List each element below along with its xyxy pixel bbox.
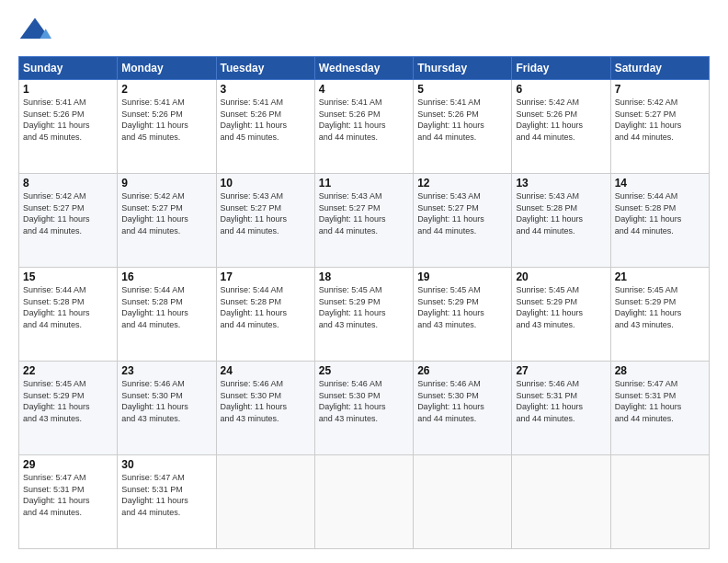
empty-cell — [314, 455, 413, 549]
day-info: Sunrise: 5:43 AMSunset: 5:27 PMDaylight:… — [319, 190, 409, 236]
day-number: 29 — [23, 458, 113, 471]
logo-icon — [18, 14, 51, 47]
day-cell-16: 16 Sunrise: 5:44 AMSunset: 5:28 PMDaylig… — [118, 268, 216, 362]
day-cell-21: 21 Sunrise: 5:45 AMSunset: 5:29 PMDaylig… — [610, 268, 709, 362]
day-info: Sunrise: 5:46 AMSunset: 5:30 PMDaylight:… — [121, 378, 211, 424]
day-cell-8: 8 Sunrise: 5:42 AMSunset: 5:27 PMDayligh… — [19, 174, 118, 268]
day-cell-18: 18 Sunrise: 5:45 AMSunset: 5:29 PMDaylig… — [314, 268, 413, 362]
day-number: 21 — [615, 270, 705, 283]
day-number: 19 — [417, 270, 507, 283]
day-number: 24 — [221, 364, 311, 377]
calendar-week-4: 22 Sunrise: 5:45 AMSunset: 5:29 PMDaylig… — [19, 362, 710, 455]
day-info: Sunrise: 5:46 AMSunset: 5:30 PMDaylight:… — [319, 378, 409, 424]
day-info: Sunrise: 5:43 AMSunset: 5:27 PMDaylight:… — [221, 190, 311, 236]
day-number: 4 — [319, 83, 409, 96]
day-info: Sunrise: 5:44 AMSunset: 5:28 PMDaylight:… — [121, 284, 211, 330]
day-info: Sunrise: 5:45 AMSunset: 5:29 PMDaylight:… — [23, 378, 113, 424]
day-cell-6: 6 Sunrise: 5:42 AMSunset: 5:26 PMDayligh… — [512, 80, 610, 174]
day-cell-5: 5 Sunrise: 5:41 AMSunset: 5:26 PMDayligh… — [414, 80, 512, 174]
col-thursday: Thursday — [414, 57, 512, 80]
empty-cell — [414, 455, 512, 549]
day-number: 7 — [615, 83, 705, 96]
empty-cell — [512, 455, 610, 549]
day-cell-12: 12 Sunrise: 5:43 AMSunset: 5:27 PMDaylig… — [414, 174, 512, 268]
day-cell-29: 29 Sunrise: 5:47 AMSunset: 5:31 PMDaylig… — [19, 455, 118, 549]
day-info: Sunrise: 5:45 AMSunset: 5:29 PMDaylight:… — [615, 284, 705, 330]
empty-cell — [610, 455, 709, 549]
day-cell-11: 11 Sunrise: 5:43 AMSunset: 5:27 PMDaylig… — [314, 174, 413, 268]
day-info: Sunrise: 5:44 AMSunset: 5:28 PMDaylight:… — [221, 284, 311, 330]
day-number: 11 — [319, 177, 409, 190]
col-saturday: Saturday — [610, 57, 709, 80]
day-number: 22 — [23, 364, 113, 377]
day-number: 6 — [516, 83, 606, 96]
day-info: Sunrise: 5:43 AMSunset: 5:27 PMDaylight:… — [417, 190, 507, 236]
day-number: 2 — [121, 83, 211, 96]
day-number: 5 — [417, 83, 507, 96]
day-cell-2: 2 Sunrise: 5:41 AMSunset: 5:26 PMDayligh… — [118, 80, 216, 174]
day-info: Sunrise: 5:41 AMSunset: 5:26 PMDaylight:… — [417, 97, 507, 143]
day-info: Sunrise: 5:41 AMSunset: 5:26 PMDaylight:… — [221, 97, 311, 143]
day-number: 8 — [23, 177, 113, 190]
day-cell-22: 22 Sunrise: 5:45 AMSunset: 5:29 PMDaylig… — [19, 362, 118, 455]
day-number: 25 — [319, 364, 409, 377]
day-cell-17: 17 Sunrise: 5:44 AMSunset: 5:28 PMDaylig… — [216, 268, 314, 362]
day-number: 30 — [121, 458, 211, 471]
col-sunday: Sunday — [19, 57, 118, 80]
day-cell-3: 3 Sunrise: 5:41 AMSunset: 5:26 PMDayligh… — [216, 80, 314, 174]
day-number: 15 — [23, 270, 113, 283]
page: Sunday Monday Tuesday Wednesday Thursday… — [0, 0, 728, 563]
day-number: 14 — [615, 177, 705, 190]
calendar-header-row: Sunday Monday Tuesday Wednesday Thursday… — [19, 57, 710, 80]
col-wednesday: Wednesday — [314, 57, 413, 80]
day-number: 3 — [221, 83, 311, 96]
day-info: Sunrise: 5:46 AMSunset: 5:30 PMDaylight:… — [221, 378, 311, 424]
calendar-week-3: 15 Sunrise: 5:44 AMSunset: 5:28 PMDaylig… — [19, 268, 710, 362]
day-number: 12 — [417, 177, 507, 190]
day-info: Sunrise: 5:42 AMSunset: 5:27 PMDaylight:… — [121, 190, 211, 236]
day-cell-27: 27 Sunrise: 5:46 AMSunset: 5:31 PMDaylig… — [512, 362, 610, 455]
day-cell-4: 4 Sunrise: 5:41 AMSunset: 5:26 PMDayligh… — [314, 80, 413, 174]
day-cell-19: 19 Sunrise: 5:45 AMSunset: 5:29 PMDaylig… — [414, 268, 512, 362]
day-number: 10 — [221, 177, 311, 190]
day-info: Sunrise: 5:45 AMSunset: 5:29 PMDaylight:… — [516, 284, 606, 330]
empty-cell — [216, 455, 314, 549]
day-info: Sunrise: 5:45 AMSunset: 5:29 PMDaylight:… — [417, 284, 507, 330]
day-info: Sunrise: 5:44 AMSunset: 5:28 PMDaylight:… — [615, 190, 705, 236]
day-number: 17 — [221, 270, 311, 283]
day-cell-1: 1 Sunrise: 5:41 AMSunset: 5:26 PMDayligh… — [19, 80, 118, 174]
day-cell-15: 15 Sunrise: 5:44 AMSunset: 5:28 PMDaylig… — [19, 268, 118, 362]
day-info: Sunrise: 5:43 AMSunset: 5:28 PMDaylight:… — [516, 190, 606, 236]
day-info: Sunrise: 5:41 AMSunset: 5:26 PMDaylight:… — [121, 97, 211, 143]
day-info: Sunrise: 5:41 AMSunset: 5:26 PMDaylight:… — [23, 97, 113, 143]
logo — [18, 14, 55, 47]
day-cell-26: 26 Sunrise: 5:46 AMSunset: 5:30 PMDaylig… — [414, 362, 512, 455]
day-number: 13 — [516, 177, 606, 190]
day-cell-30: 30 Sunrise: 5:47 AMSunset: 5:31 PMDaylig… — [118, 455, 216, 549]
day-cell-9: 9 Sunrise: 5:42 AMSunset: 5:27 PMDayligh… — [118, 174, 216, 268]
day-info: Sunrise: 5:47 AMSunset: 5:31 PMDaylight:… — [615, 378, 705, 424]
day-number: 18 — [319, 270, 409, 283]
day-number: 20 — [516, 270, 606, 283]
day-cell-24: 24 Sunrise: 5:46 AMSunset: 5:30 PMDaylig… — [216, 362, 314, 455]
day-number: 1 — [23, 83, 113, 96]
day-cell-14: 14 Sunrise: 5:44 AMSunset: 5:28 PMDaylig… — [610, 174, 709, 268]
day-number: 23 — [121, 364, 211, 377]
day-cell-13: 13 Sunrise: 5:43 AMSunset: 5:28 PMDaylig… — [512, 174, 610, 268]
day-cell-23: 23 Sunrise: 5:46 AMSunset: 5:30 PMDaylig… — [118, 362, 216, 455]
day-number: 16 — [121, 270, 211, 283]
calendar-week-2: 8 Sunrise: 5:42 AMSunset: 5:27 PMDayligh… — [19, 174, 710, 268]
header — [18, 14, 710, 47]
day-info: Sunrise: 5:47 AMSunset: 5:31 PMDaylight:… — [121, 472, 211, 518]
day-number: 28 — [615, 364, 705, 377]
day-cell-10: 10 Sunrise: 5:43 AMSunset: 5:27 PMDaylig… — [216, 174, 314, 268]
day-number: 27 — [516, 364, 606, 377]
col-tuesday: Tuesday — [216, 57, 314, 80]
day-cell-28: 28 Sunrise: 5:47 AMSunset: 5:31 PMDaylig… — [610, 362, 709, 455]
col-friday: Friday — [512, 57, 610, 80]
day-number: 9 — [121, 177, 211, 190]
day-info: Sunrise: 5:46 AMSunset: 5:31 PMDaylight:… — [516, 378, 606, 424]
calendar-table: Sunday Monday Tuesday Wednesday Thursday… — [18, 56, 710, 549]
day-info: Sunrise: 5:42 AMSunset: 5:26 PMDaylight:… — [516, 97, 606, 143]
col-monday: Monday — [118, 57, 216, 80]
